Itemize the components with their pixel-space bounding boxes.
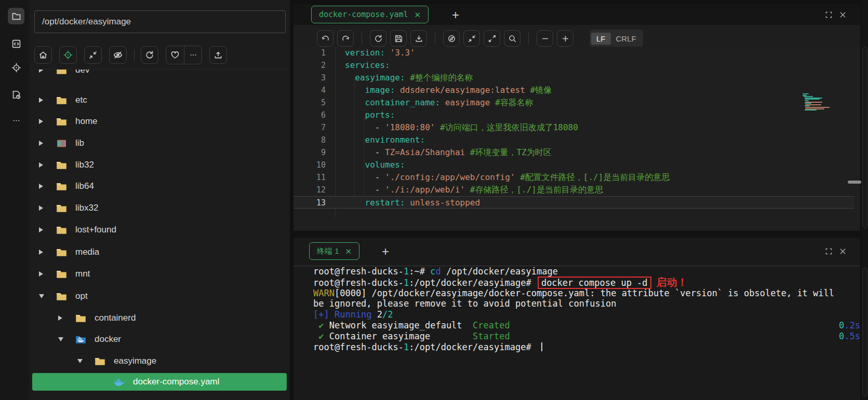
- folder-nav-button[interactable]: [8, 8, 24, 24]
- undo-button[interactable]: [317, 30, 333, 47]
- tree-item-etc[interactable]: etc: [29, 91, 290, 109]
- plus-button[interactable]: [557, 30, 573, 47]
- chevron-down-icon[interactable]: [77, 359, 83, 363]
- save-icon: [394, 34, 403, 43]
- code-line[interactable]: 8 environment:: [293, 134, 854, 146]
- terminal-output[interactable]: root@fresh-ducks-1:~# cd /opt/docker/eas…: [293, 266, 860, 400]
- code-line[interactable]: 6 ports:: [293, 109, 854, 121]
- locate-button[interactable]: [59, 46, 77, 64]
- tree-item[interactable]: [29, 396, 290, 400]
- tree-item-lib32[interactable]: lib32: [29, 156, 290, 174]
- chevron-right-icon[interactable]: [39, 250, 43, 255]
- editor-scroll-track[interactable]: [862, 47, 867, 228]
- code-line[interactable]: 13 restart: unless-stopped: [293, 196, 854, 209]
- tree-item-label: dev: [75, 69, 89, 75]
- toolbar-divider: [435, 33, 435, 44]
- folder-icon: [56, 117, 67, 126]
- editor-tab[interactable]: docker-compose.yaml ✕: [311, 6, 429, 23]
- tree-item-dev[interactable]: dev: [29, 69, 290, 79]
- minus-button[interactable]: [537, 30, 553, 47]
- tree-item-label: containerd: [95, 313, 136, 323]
- heart-button[interactable]: [166, 46, 184, 64]
- tree-item-containerd[interactable]: containerd: [29, 309, 290, 327]
- compass-button[interactable]: [443, 30, 460, 47]
- code-file-button[interactable]: [8, 35, 24, 52]
- collapse-button[interactable]: [84, 46, 102, 64]
- chevron-right-icon[interactable]: [39, 162, 43, 168]
- code-token: './config:/app/web/config': [385, 172, 515, 182]
- code-line[interactable]: 12 - './i:/app/web/i' #存储路径，[./]是当前目录的意思: [293, 184, 854, 196]
- chevron-down-icon[interactable]: [39, 294, 44, 298]
- close-icon[interactable]: [839, 247, 847, 255]
- crosshair-button[interactable]: [8, 59, 24, 76]
- fullscreen-icon[interactable]: [825, 11, 833, 19]
- redo-button[interactable]: [337, 30, 354, 47]
- chevron-right-icon[interactable]: [39, 205, 43, 211]
- tab-close-icon[interactable]: ✕: [415, 11, 421, 19]
- refresh-button[interactable]: [370, 30, 386, 47]
- tree-item-home[interactable]: home: [29, 113, 290, 130]
- chevron-right-icon[interactable]: [58, 315, 62, 321]
- chevron-right-icon[interactable]: [39, 119, 43, 124]
- chevron-right-icon[interactable]: [39, 141, 43, 146]
- code-line[interactable]: 5 container_name: easyimage #容器名称: [293, 96, 854, 109]
- home-button[interactable]: [34, 46, 52, 64]
- code-token: [465, 147, 470, 157]
- search-icon: [508, 34, 517, 43]
- code-token: [440, 98, 445, 107]
- folder-icon: [95, 357, 105, 366]
- code-token: [405, 198, 410, 208]
- eol-option-lf[interactable]: LF: [591, 33, 611, 45]
- tree-item-libx32[interactable]: libx32: [29, 199, 290, 217]
- fullscreen-icon[interactable]: [825, 247, 833, 255]
- chevron-down-icon[interactable]: [58, 337, 63, 341]
- chevron-right-icon[interactable]: [39, 271, 43, 277]
- new-tab-button[interactable]: +: [449, 9, 462, 21]
- path-input[interactable]: [34, 10, 286, 33]
- tree-item-lib64[interactable]: lib64: [29, 177, 290, 195]
- close-icon[interactable]: [839, 11, 847, 19]
- chevron-right-icon[interactable]: [39, 98, 43, 103]
- code-editor[interactable]: 1version: '3.3'2services:3 easyimage: #整…: [293, 47, 860, 231]
- search-button[interactable]: [504, 30, 520, 47]
- refresh-button[interactable]: [141, 46, 158, 64]
- save-button[interactable]: [390, 30, 407, 47]
- expand-button[interactable]: [484, 30, 500, 47]
- shrink-button[interactable]: [463, 30, 480, 47]
- terminal-scroll-track[interactable]: [862, 267, 867, 397]
- tree-item-docker-compose.yaml[interactable]: docker-compose.yaml: [32, 373, 287, 391]
- code-token: [385, 48, 390, 58]
- folder-icon: [75, 314, 86, 323]
- more-button[interactable]: [184, 46, 202, 64]
- code-line[interactable]: 7 - '18080:80' #访问端口，这里我依旧改成了18080: [293, 121, 854, 134]
- chevron-right-icon[interactable]: [39, 227, 43, 232]
- undo-icon: [321, 34, 330, 43]
- code-line[interactable]: 11 - './config:/app/web/config' #配置文件路径，…: [293, 171, 854, 184]
- file-tree[interactable]: devetchomeliblib32lib64libx32lost+foundm…: [29, 69, 290, 400]
- code-line[interactable]: 1version: '3.3': [293, 47, 854, 59]
- terminal-tab[interactable]: 终端 1 ✕: [309, 242, 359, 260]
- tree-item-lib[interactable]: lib: [29, 134, 290, 152]
- tab-close-icon[interactable]: ✕: [345, 247, 352, 255]
- tree-item-media[interactable]: media: [29, 243, 290, 261]
- code-line[interactable]: 10 volumes:: [293, 159, 854, 171]
- eye-off-button[interactable]: [109, 46, 127, 64]
- tree-item-docker[interactable]: docker: [29, 330, 290, 348]
- code-line[interactable]: 2services:: [293, 59, 854, 72]
- tree-item-lost+found[interactable]: lost+found: [29, 221, 290, 239]
- upload-button[interactable]: [209, 46, 227, 64]
- download-button[interactable]: [410, 30, 427, 47]
- file-clock-button[interactable]: [8, 86, 24, 103]
- code-line[interactable]: 4 image: ddsderek/easyimage:latest #镜像: [293, 84, 854, 96]
- code-line[interactable]: 9 - TZ=Asia/Shanghai #环境变量，TZ为时区: [293, 146, 854, 159]
- eol-option-crlf[interactable]: CRLF: [611, 33, 642, 45]
- new-terminal-button[interactable]: +: [379, 245, 392, 258]
- ellipsis-button[interactable]: [8, 112, 24, 129]
- tree-item-mnt[interactable]: mnt: [29, 265, 290, 283]
- chevron-right-icon[interactable]: [39, 69, 43, 73]
- tree-item-easyimage[interactable]: easyimage: [29, 352, 290, 370]
- code-line[interactable]: 3 easyimage: #整个编排的名称: [293, 72, 854, 84]
- scrollbar-thumb[interactable]: [848, 181, 861, 184]
- tree-item-opt[interactable]: opt: [29, 287, 290, 305]
- chevron-right-icon[interactable]: [39, 184, 43, 189]
